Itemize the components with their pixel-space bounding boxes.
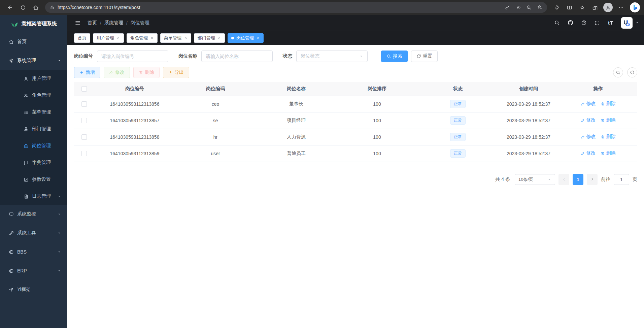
sidebar-item-system-mgmt[interactable]: 系统管理 [0, 51, 67, 70]
post-id-input[interactable] [97, 51, 168, 62]
status-select[interactable]: 岗位状态 [296, 51, 368, 62]
row-delete-button[interactable]: 删除 [601, 117, 616, 123]
gear-icon [9, 58, 14, 63]
cell-post-code: ceo [175, 96, 256, 112]
github-button[interactable] [565, 17, 576, 29]
tab-role-mgmt[interactable]: 角色管理 [127, 33, 158, 43]
sidebar: 意框架管理系统 首页系统管理用户管理角色管理菜单管理部门管理岗位管理字典管理参数… [0, 15, 67, 328]
tab-menu-mgmt[interactable]: 菜单管理 [160, 33, 191, 43]
tab-post-mgmt[interactable]: 岗位管理 [228, 33, 264, 43]
browser-profile-avatar[interactable] [603, 3, 613, 12]
sidebar-item-bbs[interactable]: BBS [0, 242, 67, 261]
goto-page-input[interactable] [614, 174, 629, 185]
sidebar-item-erp[interactable]: ERP [0, 261, 67, 280]
read-aloud-icon[interactable] [515, 5, 521, 10]
sidebar-item-role-mgmt[interactable]: 角色管理 [0, 87, 67, 104]
zoom-out-icon[interactable] [526, 5, 532, 10]
tab-dept-mgmt[interactable]: 部门管理 [194, 33, 225, 43]
tab-home[interactable]: 首页 [74, 33, 90, 43]
select-placeholder: 岗位状态 [301, 53, 319, 59]
prev-page-button[interactable] [558, 174, 569, 185]
split-screen-button[interactable] [563, 2, 575, 13]
row-checkbox[interactable] [81, 118, 87, 123]
fullscreen-button[interactable] [591, 17, 603, 29]
breadcrumb-item[interactable]: 系统管理 [104, 20, 123, 26]
sidebar-item-system-monitor[interactable]: 系统监控 [0, 205, 67, 224]
header-search-button[interactable] [551, 17, 563, 29]
sidebar-toggle-button[interactable] [72, 17, 83, 29]
row-edit-button[interactable]: 修改 [581, 134, 596, 140]
form-item-status: 状态岗位状态 [283, 51, 368, 62]
avatar-dropdown-caret[interactable] [635, 20, 639, 26]
page-unit-label: 页 [633, 176, 637, 183]
favorites-button[interactable] [576, 2, 588, 13]
add-button[interactable]: 新增 [74, 67, 100, 78]
sidebar-item-menu-mgmt[interactable]: 菜单管理 [0, 104, 67, 121]
row-checkbox[interactable] [81, 151, 87, 156]
row-edit-button[interactable]: 修改 [581, 150, 596, 156]
row-delete-button[interactable]: 删除 [601, 150, 616, 156]
edit-button[interactable]: 修改 [104, 67, 130, 78]
browser-more-button[interactable] [615, 2, 627, 13]
export-button[interactable]: 导出 [163, 67, 189, 78]
sidebar-item-system-tools[interactable]: 系统工具 [0, 224, 67, 242]
select-all-checkbox[interactable] [81, 86, 87, 92]
copilot-bing-button[interactable] [630, 2, 640, 12]
collections-button[interactable] [589, 2, 601, 13]
password-key-icon[interactable] [505, 5, 510, 10]
cell-created-time: 2023-03-29 18:52:37 [498, 112, 559, 129]
close-icon[interactable] [184, 36, 188, 40]
search-icon [616, 70, 620, 75]
refresh-table-button[interactable] [627, 67, 637, 77]
sidebar-item-post-mgmt[interactable]: 岗位管理 [0, 137, 67, 154]
browser-refresh-button[interactable] [17, 2, 29, 13]
row-checkbox[interactable] [81, 134, 87, 140]
breadcrumb: 首页/系统管理/岗位管理 [88, 20, 149, 26]
cell-post-code: se [175, 112, 256, 129]
post-table: 岗位编号岗位编码岗位名称岗位排序状态创建时间操作 164103059311231… [74, 82, 637, 162]
collections-icon [592, 5, 598, 10]
sidebar-item-dict-mgmt[interactable]: 字典管理 [0, 154, 67, 171]
column-header: 岗位排序 [337, 82, 417, 96]
sidebar-item-yi-framework[interactable]: Yi框架 [0, 280, 67, 299]
add-favorite-icon[interactable] [537, 5, 542, 10]
table-header-row: 岗位编号岗位编码岗位名称岗位排序状态创建时间操作 [74, 82, 637, 96]
row-edit-button[interactable]: 修改 [581, 101, 596, 107]
sidebar-item-log-mgmt[interactable]: 日志管理 [0, 188, 67, 205]
caret-down-icon [547, 177, 551, 182]
extensions-button[interactable] [550, 2, 563, 13]
caret-down-icon [57, 194, 61, 198]
reset-button[interactable]: 重置 [411, 51, 438, 62]
post-name-input[interactable] [201, 51, 273, 62]
address-bar[interactable]: https://ccnetcore.com:1101/system/post [45, 2, 547, 13]
sidebar-item-user-mgmt[interactable]: 用户管理 [0, 70, 67, 87]
row-delete-button[interactable]: 删除 [601, 134, 616, 140]
sidebar-item-home[interactable]: 首页 [0, 32, 67, 51]
search-button[interactable]: 搜索 [381, 51, 408, 62]
browser-home-button[interactable] [30, 2, 42, 13]
close-icon[interactable] [150, 36, 154, 40]
breadcrumb-item[interactable]: 首页 [88, 20, 97, 26]
page-number-button[interactable]: 1 [573, 174, 583, 185]
close-icon[interactable] [256, 36, 260, 40]
close-icon[interactable] [116, 36, 120, 40]
delete-button[interactable]: 删除 [133, 67, 160, 78]
page-size-select[interactable]: 10条/页 [515, 174, 555, 185]
column-header: 状态 [417, 82, 498, 96]
close-icon[interactable] [217, 36, 221, 40]
edit-icon [109, 70, 113, 75]
toggle-search-button[interactable] [613, 67, 623, 77]
next-page-button[interactable] [587, 174, 598, 185]
sidebar-item-param-settings[interactable]: 参数设置 [0, 171, 67, 188]
tab-user-mgmt[interactable]: 用户管理 [93, 33, 124, 43]
url-text[interactable]: https://ccnetcore.com:1101/system/post [58, 5, 505, 10]
row-edit-button[interactable]: 修改 [581, 117, 596, 123]
docs-help-button[interactable] [578, 17, 589, 29]
row-delete-button[interactable]: 删除 [601, 101, 616, 107]
row-checkbox[interactable] [81, 101, 87, 107]
user-avatar[interactable] [621, 17, 633, 29]
browser-back-button[interactable] [4, 2, 16, 13]
font-size-button[interactable]: tT [605, 17, 616, 29]
page-size-value: 10条/页 [518, 176, 533, 183]
sidebar-item-dept-mgmt[interactable]: 部门管理 [0, 121, 67, 137]
